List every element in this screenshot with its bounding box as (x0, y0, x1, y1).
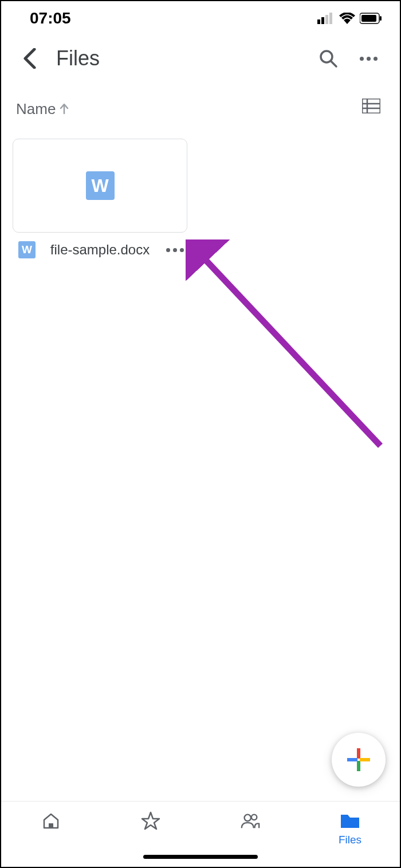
svg-rect-2 (325, 15, 328, 24)
people-icon (240, 812, 261, 830)
folder-icon (340, 812, 360, 830)
home-indicator[interactable] (143, 855, 258, 859)
file-thumbnail[interactable]: W (13, 139, 187, 233)
status-icons (317, 13, 383, 24)
file-grid: W W file-sample.docx (1, 131, 400, 268)
svg-rect-18 (49, 823, 53, 828)
add-button[interactable] (332, 733, 386, 787)
search-icon (319, 49, 338, 68)
svg-line-13 (198, 252, 380, 446)
svg-rect-0 (317, 19, 320, 24)
more-button[interactable] (354, 44, 383, 73)
annotation-arrow (186, 239, 386, 451)
svg-rect-9 (362, 99, 380, 113)
svg-point-20 (251, 815, 257, 820)
sort-label-text: Name (16, 100, 56, 118)
svg-rect-6 (380, 16, 382, 21)
star-icon (141, 811, 160, 831)
status-time: 07:05 (30, 9, 71, 28)
nav-shared[interactable] (200, 811, 300, 831)
back-button[interactable] (18, 47, 41, 70)
word-doc-icon: W (18, 241, 36, 258)
home-icon (42, 812, 60, 830)
svg-line-8 (331, 61, 336, 66)
svg-point-19 (245, 815, 251, 821)
sort-button[interactable]: Name (16, 100, 69, 118)
svg-rect-3 (329, 13, 332, 24)
wifi-icon (339, 13, 355, 24)
chevron-left-icon (23, 48, 37, 69)
svg-rect-16 (347, 758, 357, 761)
nav-starred[interactable] (101, 811, 200, 831)
nav-files-label: Files (339, 834, 361, 846)
nav-files[interactable]: Files (300, 811, 400, 846)
arrow-up-icon (59, 103, 69, 115)
svg-rect-14 (357, 748, 360, 759)
svg-rect-15 (357, 761, 360, 771)
file-more-button[interactable] (164, 239, 185, 260)
battery-icon (360, 13, 383, 24)
page-title: Files (56, 46, 100, 70)
sort-row: Name (1, 81, 400, 131)
svg-rect-1 (321, 17, 324, 24)
svg-rect-5 (361, 15, 376, 22)
more-horizontal-icon (360, 57, 378, 61)
file-item[interactable]: W W file-sample.docx (13, 139, 187, 260)
file-name: file-sample.docx (45, 241, 155, 258)
nav-home[interactable] (1, 811, 101, 831)
file-info-row: W file-sample.docx (13, 233, 187, 260)
svg-rect-17 (360, 758, 370, 761)
word-doc-icon: W (86, 171, 115, 200)
app-header: Files (1, 36, 400, 81)
cellular-icon (317, 13, 335, 24)
more-horizontal-icon (166, 248, 184, 252)
list-view-icon (362, 99, 380, 113)
plus-icon (346, 747, 371, 772)
search-button[interactable] (314, 44, 343, 73)
status-bar: 07:05 (1, 1, 400, 36)
view-toggle-button[interactable] (362, 99, 383, 119)
